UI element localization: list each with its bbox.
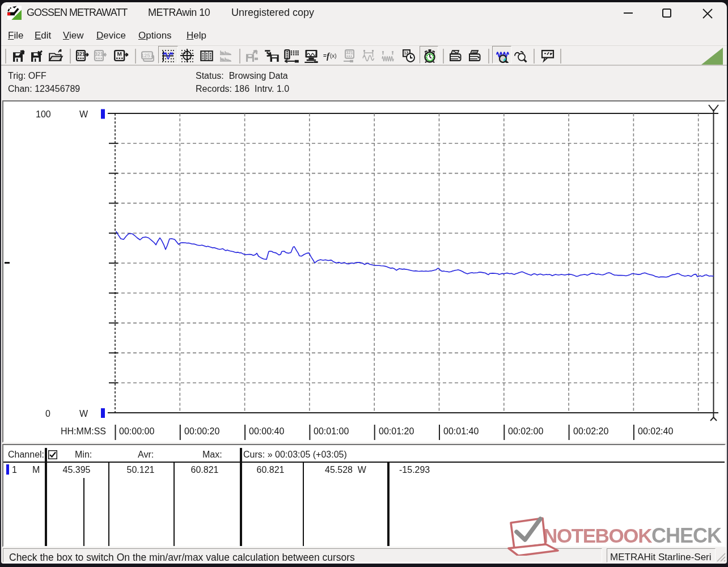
svg-text:321: 321 (77, 51, 85, 57)
svg-text:NOTEBOOK: NOTEBOOK (543, 524, 652, 547)
svg-text:(x): (x) (330, 52, 336, 58)
svg-text:321: 321 (95, 51, 103, 57)
svg-text:321: 321 (346, 50, 353, 55)
svg-text:CHECK: CHECK (651, 524, 722, 547)
svg-text:M: M (117, 51, 121, 57)
svg-text:1257: 1257 (141, 53, 154, 59)
